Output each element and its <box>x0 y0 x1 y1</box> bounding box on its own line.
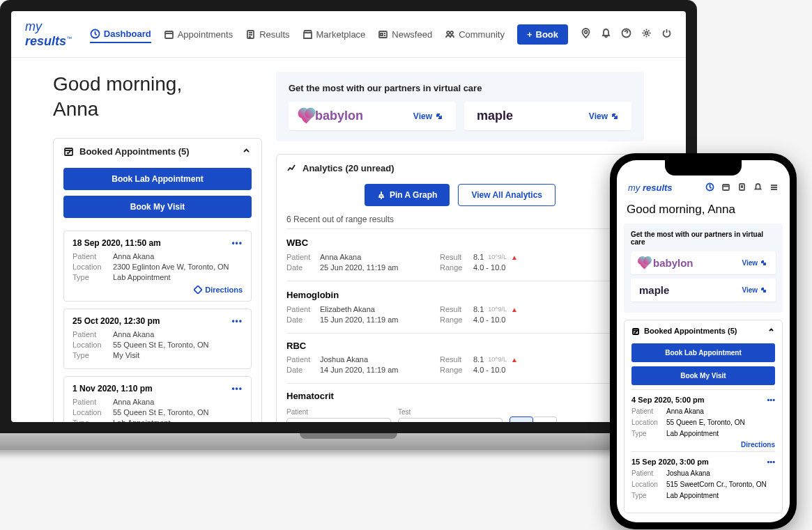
calendar-check-icon <box>631 327 640 335</box>
pin-graph-button[interactable]: Pin A Graph <box>365 184 450 206</box>
mobile-menu-icon[interactable] <box>769 182 779 193</box>
mobile-book-visit-button[interactable]: Book My Visit <box>631 366 775 385</box>
babylon-heart-icon <box>299 109 314 123</box>
result-row: WBC PatientAnna Akana Date25 Jun 2020, 1… <box>286 228 634 281</box>
appointment-menu-icon[interactable]: ••• <box>231 238 243 248</box>
mobile-appointment-item: 15 Sep 2020, 3:00 pm••• PatientJoshua Ak… <box>631 451 775 506</box>
analytics-icon <box>286 163 297 173</box>
main-nav: Dashboard Appointments Results Marketpla… <box>90 26 505 43</box>
mobile-collapse-icon[interactable] <box>767 326 775 335</box>
greeting: Good morning, Anna <box>53 72 262 123</box>
directions-link[interactable]: Directions <box>72 286 243 294</box>
nav-results[interactable]: Results <box>245 26 289 43</box>
result-row: Hemoglobin PatientElizabeth Akana Date15… <box>286 281 634 333</box>
appointment-item: 1 Nov 2020, 1:10 pm••• PatientAnna Akana… <box>63 376 252 422</box>
recent-results-title: 6 Recent out of range results <box>286 215 634 224</box>
topbar: my results™ Dashboard Appointments Resul… <box>11 11 686 58</box>
mobile-topbar: my results <box>624 180 783 198</box>
mobile-app: my results Good morning, Anna Get the mo… <box>617 160 790 522</box>
nav-newsfeed[interactable]: Newsfeed <box>378 26 432 43</box>
nav-dashboard[interactable]: Dashboard <box>90 26 151 43</box>
desktop-app: my results™ Dashboard Appointments Resul… <box>11 11 686 422</box>
view-all-analytics-button[interactable]: View All Analytics <box>458 184 556 206</box>
gear-icon[interactable] <box>641 28 652 41</box>
babylon-heart-icon <box>639 258 651 270</box>
svg-point-5 <box>450 31 453 34</box>
mobile-view-maple[interactable]: View <box>742 286 767 294</box>
appointment-menu-icon[interactable]: ••• <box>231 384 243 393</box>
pin-icon <box>377 191 385 199</box>
bell-icon[interactable] <box>601 28 611 41</box>
promo-title: Get the most with our partners in virtua… <box>289 83 631 93</box>
book-lab-button[interactable]: Book Lab Appointment <box>63 168 252 190</box>
people-icon <box>445 29 455 40</box>
view-maple-link[interactable]: View <box>589 111 619 121</box>
news-icon <box>378 29 388 40</box>
table-view-button[interactable] <box>533 416 557 422</box>
appointment-menu-icon[interactable]: ••• <box>231 316 243 326</box>
calendar-check-icon <box>63 146 74 157</box>
phone-frame: my results Good morning, Anna Get the mo… <box>610 153 797 529</box>
svg-rect-1 <box>165 31 173 38</box>
location-icon[interactable] <box>581 28 591 41</box>
mobile-promo-maple: maple View <box>631 279 776 302</box>
document-icon <box>245 29 256 40</box>
chart-view-button[interactable] <box>510 416 533 422</box>
mobile-book-lab-button[interactable]: Book Lab Appointment <box>631 343 775 362</box>
mobile-promo-babylon: babylon View <box>631 251 776 274</box>
calendar-icon <box>164 29 174 40</box>
svg-point-4 <box>447 31 450 34</box>
svg-rect-9 <box>65 148 72 155</box>
logo[interactable]: my results™ <box>25 20 77 49</box>
book-button[interactable]: +Book <box>517 24 568 45</box>
mobile-appt-menu-icon[interactable]: ••• <box>767 458 775 466</box>
mobile-appt-menu-icon[interactable]: ••• <box>767 396 775 404</box>
plus-icon: + <box>527 29 533 40</box>
analytics-title: Analytics (20 unread) <box>302 163 394 173</box>
hematocrit-section: Hematocrit Patient Elizabeth Akana▾ Test… <box>286 383 634 422</box>
warning-icon: ▲ <box>511 254 518 261</box>
svg-point-6 <box>585 31 588 33</box>
promo-babylon: babylon View <box>289 102 456 130</box>
mobile-appointment-item: 4 Sep 2020, 5:00 pm••• PatientAnna Akana… <box>631 389 775 451</box>
mobile-logo[interactable]: my results <box>628 182 673 193</box>
patient-select[interactable]: Elizabeth Akana▾ <box>286 418 391 422</box>
mobile-document-icon[interactable] <box>737 182 746 193</box>
test-select[interactable]: Hemoglobin▾ <box>398 418 503 422</box>
store-icon <box>302 29 313 40</box>
topbar-actions <box>581 28 672 41</box>
external-link-icon <box>611 112 619 120</box>
promo-banner: Get the most with our partners in virtua… <box>276 72 644 141</box>
mobile-calendar-icon[interactable] <box>721 182 730 193</box>
mobile-bell-icon[interactable] <box>753 182 763 193</box>
mobile-promo: Get the most with our partners in virtua… <box>624 224 783 313</box>
mobile-greeting: Good morning, Anna <box>624 198 783 224</box>
appointment-item: 25 Oct 2020, 12:30 pm••• PatientAnna Aka… <box>63 309 252 369</box>
power-icon[interactable] <box>661 28 672 41</box>
promo-maple: maple View <box>464 102 631 130</box>
analytics-card: Analytics (20 unread) Pin A Graph View A… <box>276 154 644 422</box>
nav-marketplace[interactable]: Marketplace <box>302 26 366 43</box>
help-icon[interactable] <box>621 28 631 41</box>
warning-icon: ▲ <box>511 356 518 364</box>
directions-icon <box>194 286 202 294</box>
appointments-title: Booked Appointments (5) <box>79 146 190 157</box>
dashboard-icon <box>90 29 100 39</box>
mobile-view-babylon[interactable]: View <box>742 259 767 267</box>
mobile-dashboard-icon[interactable] <box>705 182 714 193</box>
svg-rect-10 <box>194 286 202 293</box>
nav-appointments[interactable]: Appointments <box>164 26 233 43</box>
svg-rect-18 <box>723 185 729 190</box>
external-link-icon <box>435 112 443 120</box>
result-row: RBC PatientJoshua Akana Date14 Jun 2020,… <box>286 333 634 383</box>
appointment-item: 18 Sep 2020, 11:50 am••• PatientAnna Aka… <box>63 231 252 302</box>
mobile-directions-link[interactable]: Directions <box>631 441 775 449</box>
view-babylon-link[interactable]: View <box>413 111 443 121</box>
laptop-frame: my results™ Dashboard Appointments Resul… <box>0 0 697 450</box>
collapse-icon[interactable] <box>241 146 252 158</box>
booked-appointments-card: Booked Appointments (5) Book Lab Appoint… <box>53 138 262 422</box>
svg-point-8 <box>645 31 648 34</box>
mobile-appointments-card: Booked Appointments (5) Book Lab Appoint… <box>624 320 783 513</box>
book-visit-button[interactable]: Book My Visit <box>63 196 252 218</box>
nav-community[interactable]: Community <box>445 26 505 43</box>
